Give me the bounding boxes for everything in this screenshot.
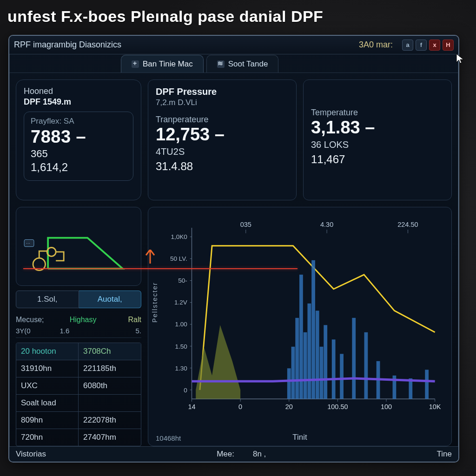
seg-auotal[interactable]: Auotal, xyxy=(79,291,142,308)
seg-sol[interactable]: 1.Sol, xyxy=(16,291,79,308)
svg-rect-44 xyxy=(304,332,307,399)
panel-temperature: Temperature 3,1.83 – 36 LOKS 11,467 xyxy=(303,79,452,200)
svg-rect-45 xyxy=(307,304,311,399)
td: 6080th xyxy=(79,377,141,394)
svg-text:10K: 10K xyxy=(429,403,441,410)
segment-tabs: 1.Sol, Auotal, xyxy=(16,291,141,308)
svg-rect-50 xyxy=(332,340,336,399)
svg-rect-46 xyxy=(311,260,315,399)
diagnostics-window: RPF imagrambig Diasonizics 3A0 mar: a f … xyxy=(8,35,459,463)
data-row-summary: 3Y(0 1.6 5. xyxy=(16,326,141,338)
cell-c2: 1.6 xyxy=(60,327,104,335)
plus-icon xyxy=(132,60,139,68)
td xyxy=(79,394,141,411)
svg-text:50-: 50- xyxy=(178,278,187,284)
status-right[interactable]: Tine xyxy=(437,450,452,459)
td: 27407hm xyxy=(79,429,141,446)
svg-rect-40 xyxy=(287,369,291,399)
svg-text:1.2V: 1.2V xyxy=(174,299,187,306)
status-left[interactable]: Vistorias xyxy=(16,450,46,459)
metric-title: DPF Pressure xyxy=(156,86,289,97)
tab-soot-tande[interactable]: Soot Tande xyxy=(206,55,279,73)
metric-subtitle: 7,2.m D.VLi xyxy=(156,98,289,107)
head-highasy: Highasy xyxy=(70,316,114,324)
svg-text:100: 100 xyxy=(381,403,392,410)
top-right-wrap: Pressure 9.11..ml. Soots V/i xyxy=(148,79,452,200)
signal-icon xyxy=(217,60,225,68)
metric-val: 31.4.88 xyxy=(156,160,289,173)
table-row: 31910hn 221185th xyxy=(16,360,141,377)
bottom-left-column: ⋯ 1.Sol, Auotal, Mecuse; Highasy Ralt 3Y… xyxy=(16,207,141,446)
win-btn-1[interactable]: a xyxy=(402,40,413,51)
table-row: 720hn 27407hm xyxy=(16,429,141,446)
metric-mid: 36 LOKS xyxy=(311,139,444,150)
panel-hooned-subtitle: DPF 1549.m xyxy=(24,97,133,107)
window-buttons: a f x H xyxy=(402,40,454,51)
svg-text:0: 0 xyxy=(184,387,187,394)
win-btn-2[interactable]: f xyxy=(416,40,427,51)
svg-rect-49 xyxy=(324,325,327,399)
cell-c1: 3Y(0 xyxy=(16,327,60,335)
panel-hooned-box-label: Prayflex: SA xyxy=(31,117,126,126)
td: 221185th xyxy=(79,360,141,377)
svg-text:1.30: 1.30 xyxy=(175,365,187,372)
status-mid2: 8n , xyxy=(253,450,266,459)
panel-hooned-mid: 365 xyxy=(31,148,126,160)
chart-footnote: 10468ht xyxy=(156,434,181,442)
panel-dpf-pressure: DPF Pressure 7,2.m D.VLi Tranperateure 1… xyxy=(148,79,297,200)
engine-icon: ⋯ xyxy=(20,212,138,282)
svg-text:4.30: 4.30 xyxy=(320,221,333,228)
table-row: Soalt load xyxy=(16,394,141,411)
tab-label: Ban Tinie Mac xyxy=(143,60,193,69)
svg-rect-52 xyxy=(352,318,356,399)
td: 720hn xyxy=(16,429,79,446)
table-header: 20 hooton 3708Ch xyxy=(16,343,141,360)
chart-y-label: Pellstecter xyxy=(151,282,159,322)
svg-text:0: 0 xyxy=(238,403,242,410)
page-overlay-title: unfest F.x-boes Pleınalg pase danial DPF xyxy=(0,4,476,29)
svg-text:035: 035 xyxy=(240,221,251,228)
svg-text:1.50: 1.50 xyxy=(175,343,187,350)
window-status: 3A0 mar: xyxy=(359,40,393,50)
td: UXC xyxy=(16,377,79,394)
table-row: 809hn 222078th xyxy=(16,411,141,429)
svg-rect-57 xyxy=(425,370,429,399)
engine-graphic-panel: ⋯ xyxy=(16,207,141,286)
th-2: 3708Ch xyxy=(79,343,141,360)
metric-label: Temperature xyxy=(311,108,444,118)
svg-text:1,0K0: 1,0K0 xyxy=(171,233,187,240)
metric-val: 11,467 xyxy=(311,153,444,166)
td: Soalt load xyxy=(16,394,79,411)
window-title: RPF imagrambig Diasonizics xyxy=(14,40,359,50)
win-btn-3[interactable]: x xyxy=(429,40,440,51)
chart-svg: 0354.30224.50 1,0K050 LV.50-1.2V1.001.50… xyxy=(156,213,444,432)
svg-rect-48 xyxy=(320,347,324,399)
head-mecuse: Mecuse; xyxy=(16,316,70,324)
metric-label: Tranperateure xyxy=(156,115,289,125)
content-area: Hooned DPF 1549.m Prayflex: SA 7883 – 36… xyxy=(9,73,458,446)
svg-text:100.50: 100.50 xyxy=(327,403,348,410)
panel-hooned: Hooned DPF 1549.m Prayflex: SA 7883 – 36… xyxy=(16,79,141,200)
svg-text:50 LV.: 50 LV. xyxy=(170,256,187,263)
win-btn-close[interactable]: H xyxy=(443,40,454,51)
svg-text:20: 20 xyxy=(285,403,293,410)
svg-rect-41 xyxy=(291,347,295,399)
svg-text:⋯: ⋯ xyxy=(26,241,30,245)
panel-hooned-low: 1,614,2 xyxy=(31,161,126,174)
data-table: 20 hooton 3708Ch 31910hn 221185th UXC 60… xyxy=(16,343,141,446)
panel-hooned-title: Hooned xyxy=(24,86,133,96)
th-1: 20 hooton xyxy=(16,343,79,360)
tab-bar: Ban Tinie Mac Soot Tande xyxy=(9,54,458,73)
head-ralt: Ralt xyxy=(114,316,141,324)
chart-area[interactable]: Pellstecter 0354.30224.50 1,0K050 LV.50-… xyxy=(156,213,444,432)
td: 222078th xyxy=(79,411,141,429)
titlebar: RPF imagrambig Diasonizics 3A0 mar: a f … xyxy=(9,36,458,54)
status-bar: Vistorias Mee: 8n , Tine xyxy=(9,446,458,462)
td: 809hn xyxy=(16,411,79,429)
metric-big: 12,753 – xyxy=(156,125,289,145)
indicator-line xyxy=(23,268,298,269)
td: 31910hn xyxy=(16,360,79,377)
tab-ban-time-mac[interactable]: Ban Tinie Mac xyxy=(121,55,204,73)
chart-panel: Pellstecter 0354.30224.50 1,0K050 LV.50-… xyxy=(148,207,452,446)
metric-big: 3,1.83 – xyxy=(311,118,444,138)
